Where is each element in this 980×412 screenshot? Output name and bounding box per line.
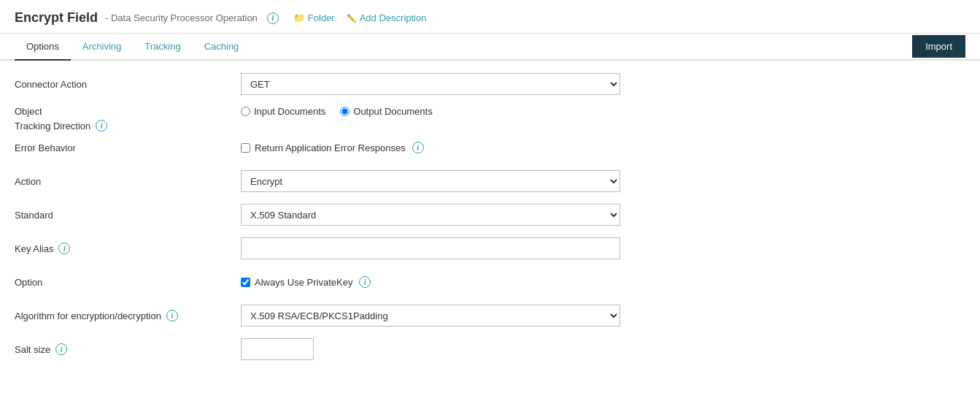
action-select[interactable]: Encrypt Decrypt xyxy=(241,170,620,192)
connector-action-select[interactable]: GET POST PUT DELETE xyxy=(241,73,620,95)
standard-row: Standard X.509 Standard xyxy=(15,203,965,226)
tab-archiving[interactable]: Archiving xyxy=(71,34,133,61)
header-links: Folder Add Description xyxy=(293,12,427,23)
tab-caching[interactable]: Caching xyxy=(193,34,251,61)
tracking-direction-radio-group: Input Documents Output Documents xyxy=(241,106,620,117)
return-error-info-icon[interactable]: i xyxy=(412,142,424,153)
page-title: Encrypt Field xyxy=(15,10,98,26)
action-control: Encrypt Decrypt xyxy=(241,170,620,192)
standard-select[interactable]: X.509 Standard xyxy=(241,204,620,226)
algorithm-control: X.509 RSA/ECB/PKCS1Padding xyxy=(241,305,620,327)
salt-size-info-icon[interactable]: i xyxy=(55,343,67,355)
key-alias-label: Key Alias i xyxy=(15,243,241,254)
page-header: Encrypt Field - Data Security Processor … xyxy=(0,0,980,34)
page-subtitle: - Data Security Processor Operation xyxy=(105,12,258,23)
add-description-link[interactable]: Add Description xyxy=(347,12,427,23)
always-use-private-key-info-icon[interactable]: i xyxy=(359,276,371,288)
object-tracking-row: Object Tracking Direction i Input Docume… xyxy=(15,106,965,131)
error-behavior-label: Error Behavior xyxy=(15,142,241,153)
algorithm-info-icon[interactable]: i xyxy=(166,310,178,321)
input-documents-radio-label[interactable]: Input Documents xyxy=(241,106,325,117)
key-alias-row: Key Alias i 1 xyxy=(15,237,965,260)
tabs-bar: Options Archiving Tracking Caching Impor… xyxy=(0,34,980,61)
error-behavior-control: Return Application Error Responses i xyxy=(241,142,620,153)
salt-size-row: Salt size i 8 xyxy=(15,337,965,361)
connector-action-label: Connector Action xyxy=(15,79,241,90)
connector-action-control: GET POST PUT DELETE xyxy=(241,73,620,95)
always-use-private-key-label[interactable]: Always Use PrivateKey i xyxy=(241,276,620,288)
tracking-direction-control: Input Documents Output Documents xyxy=(241,106,620,117)
pencil-icon xyxy=(347,12,357,23)
salt-size-input[interactable]: 8 xyxy=(241,338,314,360)
algorithm-row: Algorithm for encryption/decryption i X.… xyxy=(15,304,965,327)
tracking-direction-info-icon[interactable]: i xyxy=(96,120,107,131)
standard-control: X.509 Standard xyxy=(241,204,620,226)
return-error-checkbox[interactable] xyxy=(241,143,250,153)
import-button[interactable]: Import xyxy=(912,35,965,58)
algorithm-select[interactable]: X.509 RSA/ECB/PKCS1Padding xyxy=(241,305,620,327)
output-documents-radio-label[interactable]: Output Documents xyxy=(340,106,432,117)
object-label: Object xyxy=(15,106,42,117)
action-row: Action Encrypt Decrypt xyxy=(15,169,965,193)
connector-action-row: Connector Action GET POST PUT DELETE xyxy=(15,72,965,96)
content-area: Connector Action GET POST PUT DELETE Obj… xyxy=(0,61,980,383)
header-info-icon[interactable]: i xyxy=(267,12,279,24)
always-use-private-key-checkbox[interactable] xyxy=(241,278,250,287)
algorithm-label: Algorithm for encryption/decryption i xyxy=(15,310,241,321)
option-row: Option Always Use PrivateKey i xyxy=(15,270,965,294)
option-label: Option xyxy=(15,277,241,288)
key-alias-input[interactable]: 1 xyxy=(241,237,620,259)
output-documents-radio[interactable] xyxy=(340,107,350,116)
tab-options[interactable]: Options xyxy=(15,34,71,61)
salt-size-control: 8 xyxy=(241,338,620,360)
action-label: Action xyxy=(15,176,241,187)
key-alias-info-icon[interactable]: i xyxy=(58,243,70,254)
tab-tracking[interactable]: Tracking xyxy=(133,34,192,61)
folder-link[interactable]: Folder xyxy=(293,12,335,23)
standard-label: Standard xyxy=(15,210,241,221)
folder-icon xyxy=(293,12,305,23)
key-alias-control: 1 xyxy=(241,237,620,259)
input-documents-radio[interactable] xyxy=(241,107,250,116)
salt-size-label: Salt size i xyxy=(15,343,241,355)
object-tracking-label: Object Tracking Direction i xyxy=(15,106,241,131)
option-control: Always Use PrivateKey i xyxy=(241,276,620,288)
return-error-checkbox-label[interactable]: Return Application Error Responses i xyxy=(241,142,620,153)
error-behavior-row: Error Behavior Return Application Error … xyxy=(15,136,965,159)
